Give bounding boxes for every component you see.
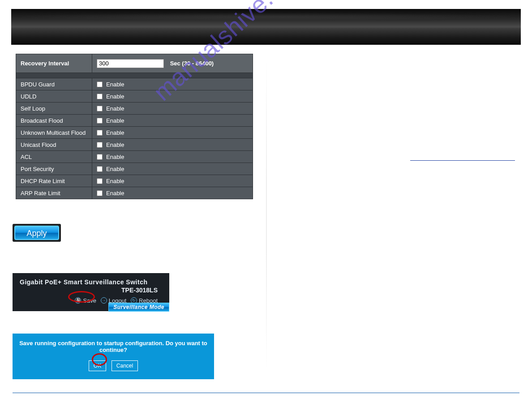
row-udld: UDLDEnable — [16, 90, 253, 103]
row-broadcast-flood: Broadcast FloodEnable — [16, 115, 253, 127]
row-bpdu-guard: BPDU GuardEnable — [16, 78, 253, 90]
config-table: Recovery Interval Sec (30 - 86400) BPDU … — [16, 54, 253, 199]
enable-label: Enable — [106, 190, 124, 197]
enable-label: Enable — [106, 105, 124, 112]
enable-label: Enable — [106, 154, 124, 160]
broadcast-flood-checkbox[interactable] — [97, 118, 103, 124]
row-label: Unicast Flood — [16, 139, 92, 151]
udld-checkbox[interactable] — [97, 94, 103, 99]
enable-label: Enable — [106, 81, 124, 88]
ok-button[interactable]: OK — [89, 360, 106, 371]
enable-label: Enable — [106, 178, 124, 184]
port-security-checkbox[interactable] — [97, 166, 103, 172]
acl-checkbox[interactable] — [97, 154, 103, 160]
enable-label: Enable — [106, 141, 124, 148]
top-banner — [11, 9, 521, 45]
dhcp-rate-limit-checkbox[interactable] — [97, 178, 103, 184]
row-label: ARP Rate Limit — [16, 187, 92, 199]
surveillance-mode-button[interactable]: Surveillance Mode — [108, 303, 169, 312]
row-label: Unknown Multicast Flood — [16, 127, 92, 139]
row-label: UDLD — [16, 90, 92, 103]
row-label: Self Loop — [16, 103, 92, 115]
recovery-interval-hint: Sec (30 - 86400) — [170, 60, 214, 67]
row-dhcp-rate-limit: DHCP Rate LimitEnable — [16, 175, 253, 187]
arp-rate-limit-checkbox[interactable] — [97, 190, 103, 196]
switch-header-panel: Gigabit PoE+ Smart Surveillance Switch T… — [13, 273, 169, 311]
bpdu-guard-checkbox[interactable] — [97, 81, 103, 87]
dialog-message: Save running configuration to startup co… — [18, 340, 209, 353]
right-rule — [410, 160, 515, 161]
page-divider — [266, 58, 267, 372]
save-icon: 💾 — [75, 297, 81, 304]
recovery-interval-row: Recovery Interval Sec (30 - 86400) — [16, 54, 253, 73]
enable-label: Enable — [106, 93, 124, 100]
row-label: ACL — [16, 151, 92, 163]
row-label: BPDU Guard — [16, 78, 92, 90]
save-label: Save — [83, 297, 96, 304]
apply-button[interactable]: Apply — [14, 226, 59, 240]
row-label: Port Security — [16, 163, 92, 175]
switch-title: Gigabit PoE+ Smart Surveillance Switch — [20, 278, 162, 286]
self-loop-checkbox[interactable] — [97, 106, 103, 111]
row-label: DHCP Rate Limit — [16, 175, 92, 187]
row-unicast-flood: Unicast FloodEnable — [16, 139, 253, 151]
enable-label: Enable — [106, 129, 124, 136]
recovery-interval-label: Recovery Interval — [16, 54, 92, 73]
switch-model: TPE-3018LS — [20, 287, 162, 294]
row-label: Broadcast Flood — [16, 115, 92, 127]
cancel-button[interactable]: Cancel — [112, 360, 138, 371]
row-acl: ACLEnable — [16, 151, 253, 163]
row-port-security: Port SecurityEnable — [16, 163, 253, 175]
recovery-interval-input[interactable] — [97, 59, 164, 68]
row-self-loop: Self LoopEnable — [16, 103, 253, 115]
bottom-rule — [13, 393, 519, 393]
row-unknown-multicast-flood: Unknown Multicast FloodEnable — [16, 127, 253, 139]
unknown-multicast-flood-checkbox[interactable] — [97, 130, 103, 136]
enable-label: Enable — [106, 117, 124, 124]
logout-icon: → — [101, 297, 107, 304]
save-config-dialog: Save running configuration to startup co… — [13, 334, 214, 379]
enable-label: Enable — [106, 166, 124, 172]
unicast-flood-checkbox[interactable] — [97, 142, 103, 148]
save-button[interactable]: 💾 Save — [75, 297, 96, 304]
row-arp-rate-limit: ARP Rate LimitEnable — [16, 187, 253, 199]
